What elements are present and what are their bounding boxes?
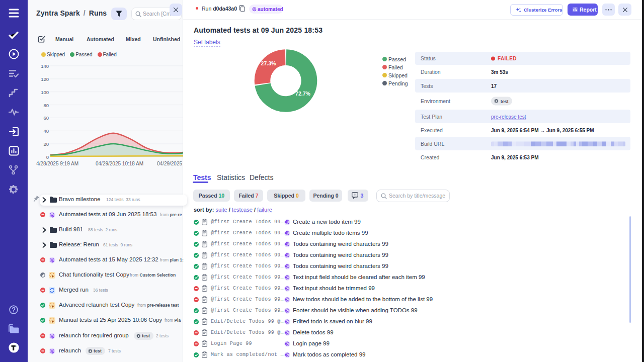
svg-text:60: 60 [43,115,49,121]
svg-text:4/28/2025 9:19 AM: 4/28/2025 9:19 AM [36,161,78,166]
svg-text:04/29/2025 10:18 AM: 04/29/2025 10:18 AM [96,161,143,166]
svg-text:80: 80 [43,103,49,108]
svg-text:04/29/2025 10: 04/29/2025 10 [157,161,183,166]
svg-text:40: 40 [43,128,49,134]
svg-text:140: 140 [41,63,49,69]
svg-text:20: 20 [43,141,49,147]
svg-text:120: 120 [41,76,49,82]
svg-text:100: 100 [41,89,49,95]
svg-text:72.7%: 72.7% [295,90,310,97]
svg-text:27.3%: 27.3% [261,60,276,66]
svg-text:0: 0 [46,154,49,160]
